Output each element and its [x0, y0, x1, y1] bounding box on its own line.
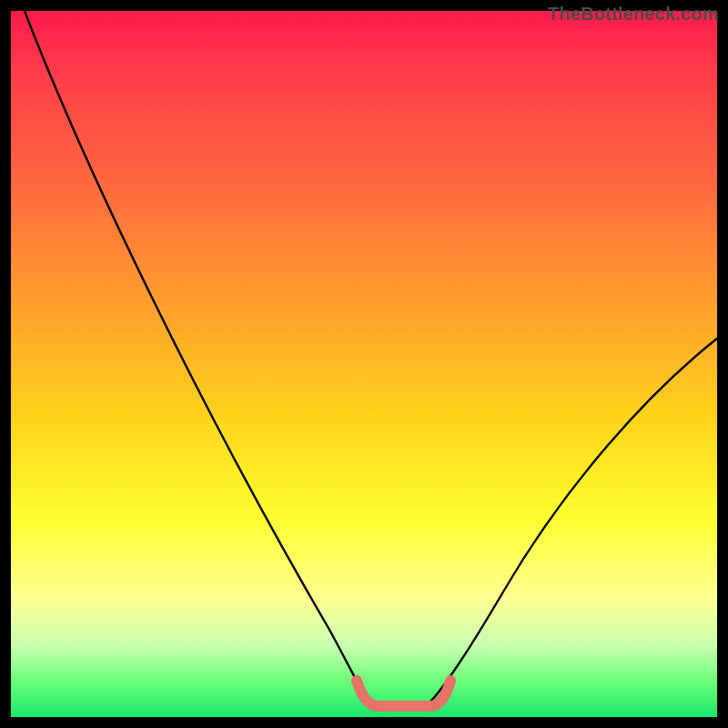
bottleneck-curve — [25, 11, 717, 703]
chart-overlay — [11, 11, 717, 717]
watermark-text: TheBottleneck.com — [548, 4, 719, 25]
